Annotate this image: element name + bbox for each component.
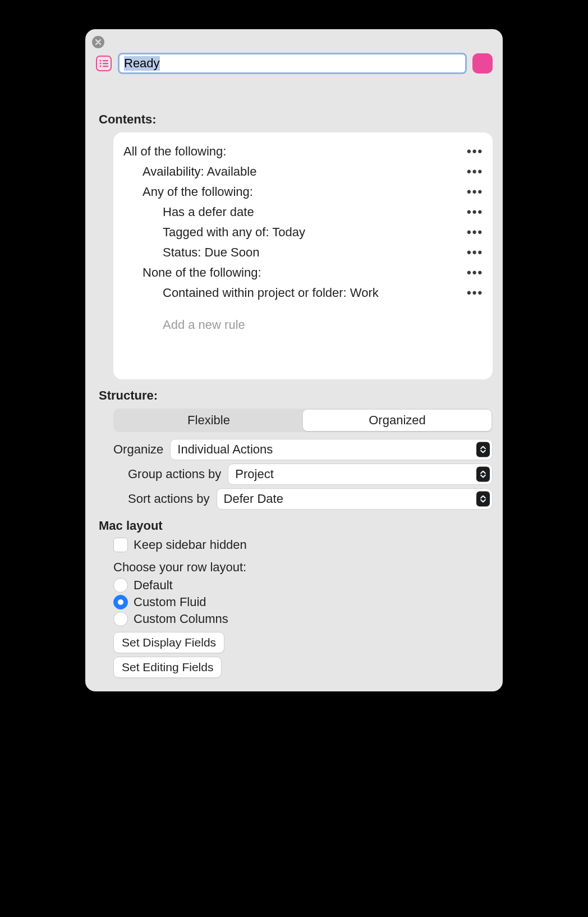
organize-value: Individual Actions [177, 442, 273, 457]
row-layout-fluid-row: Custom Fluid [113, 595, 493, 609]
close-icon [95, 39, 101, 45]
perspective-editor-window: Contents: All of the following:••• Avail… [85, 29, 503, 691]
row-layout-default-row: Default [113, 578, 493, 593]
contents-label: Contents: [99, 112, 493, 127]
rule-row[interactable]: Contained within project or folder: Work… [123, 283, 481, 303]
perspective-icon [95, 55, 112, 72]
sort-value: Defer Date [224, 492, 283, 506]
row-layout-columns-label: Custom Columns [134, 612, 228, 626]
rule-row[interactable]: Availability: Available••• [123, 162, 481, 182]
rule-label: Status: Due Soon [123, 245, 467, 260]
row-layout-columns-radio[interactable] [113, 612, 128, 626]
sort-select[interactable]: Defer Date [217, 488, 493, 510]
row-layout-prompt: Choose your row layout: [113, 560, 493, 575]
rule-menu-icon[interactable]: ••• [467, 164, 481, 179]
tab-flexible[interactable]: Flexible [114, 410, 303, 431]
svg-point-5 [99, 65, 101, 67]
organize-select[interactable]: Individual Actions [170, 439, 493, 460]
rule-row[interactable]: None of the following:••• [123, 263, 481, 283]
rule-row[interactable]: Has a defer date••• [123, 202, 481, 222]
rule-label: Has a defer date [123, 205, 467, 219]
rule-label: Tagged with any of: Today [123, 225, 467, 240]
select-caret-icon [476, 492, 490, 507]
rule-menu-icon[interactable]: ••• [467, 185, 481, 199]
rule-label: Contained within project or folder: Work [123, 286, 467, 300]
row-layout-default-radio[interactable] [113, 578, 128, 593]
sort-label: Sort actions by [128, 492, 210, 506]
rule-menu-icon[interactable]: ••• [467, 144, 481, 159]
rule-row[interactable]: Tagged with any of: Today••• [123, 222, 481, 242]
rule-menu-icon[interactable]: ••• [467, 205, 481, 219]
color-swatch[interactable] [472, 53, 493, 74]
row-layout-fluid-radio[interactable] [113, 595, 128, 609]
add-rule-button[interactable]: Add a new rule [123, 303, 481, 332]
rules-box: All of the following:••• Availability: A… [113, 132, 493, 379]
svg-point-3 [99, 62, 101, 64]
rule-label: None of the following: [123, 265, 467, 280]
svg-rect-6 [103, 66, 108, 67]
keep-sidebar-hidden-checkbox[interactable] [113, 538, 128, 552]
title-bar [95, 53, 493, 74]
mac-layout-label: Mac layout [99, 519, 493, 533]
set-editing-fields-button[interactable]: Set Editing Fields [113, 657, 222, 678]
rule-menu-icon[interactable]: ••• [467, 225, 481, 240]
group-value: Project [235, 467, 273, 482]
row-layout-columns-row: Custom Columns [113, 612, 493, 626]
keep-sidebar-hidden-row: Keep sidebar hidden [113, 538, 493, 552]
structure-label: Structure: [99, 388, 493, 403]
organize-label: Organize [113, 442, 163, 457]
structure-segmented-control: Flexible Organized [113, 409, 493, 432]
organize-row: Organize Individual Actions [113, 439, 493, 460]
rule-row[interactable]: Any of the following:••• [123, 182, 481, 202]
set-display-fields-button[interactable]: Set Display Fields [113, 632, 224, 653]
rule-label: Availability: Available [123, 164, 467, 179]
group-label: Group actions by [128, 467, 221, 482]
svg-point-1 [99, 59, 101, 61]
svg-rect-2 [103, 60, 108, 61]
svg-rect-4 [103, 63, 108, 64]
rule-row[interactable]: Status: Due Soon••• [123, 242, 481, 263]
group-row: Group actions by Project [128, 464, 493, 485]
rule-menu-icon[interactable]: ••• [467, 286, 481, 300]
group-select[interactable]: Project [228, 464, 493, 485]
rule-label: All of the following: [123, 144, 467, 159]
rule-menu-icon[interactable]: ••• [467, 245, 481, 260]
rule-menu-icon[interactable]: ••• [467, 265, 481, 280]
sort-row: Sort actions by Defer Date [128, 488, 493, 510]
row-layout-default-label: Default [134, 578, 173, 593]
select-caret-icon [476, 442, 490, 457]
rule-row[interactable]: All of the following:••• [123, 141, 481, 162]
close-button[interactable] [92, 36, 104, 48]
select-caret-icon [476, 467, 490, 482]
keep-sidebar-hidden-label: Keep sidebar hidden [134, 538, 247, 552]
row-layout-fluid-label: Custom Fluid [134, 595, 206, 609]
tab-organized[interactable]: Organized [303, 410, 491, 431]
perspective-name-input[interactable] [118, 53, 467, 74]
rule-label: Any of the following: [123, 185, 467, 199]
